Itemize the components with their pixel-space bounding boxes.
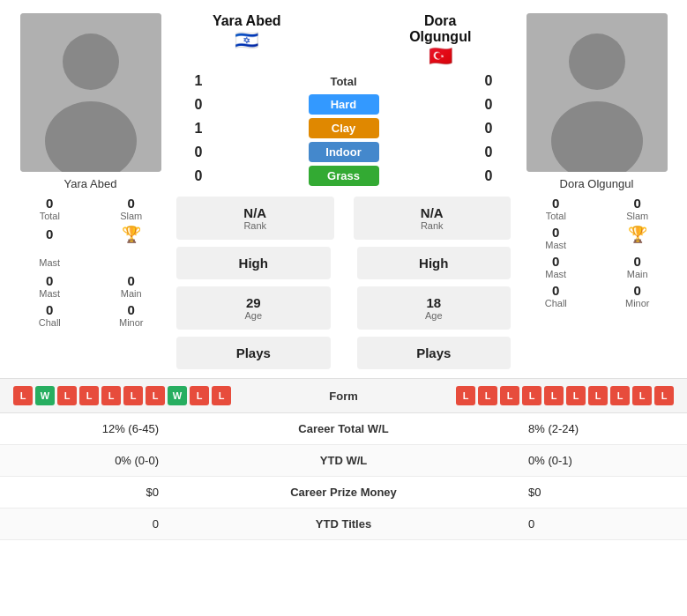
left-slam-label: Slam (120, 211, 142, 221)
stats-row-2: $0 Career Prize Money $0 (0, 477, 687, 508)
svg-point-4 (569, 33, 625, 90)
right-main-label: Main (627, 269, 648, 279)
form-badge-l: L (544, 386, 564, 405)
hard-btn: Hard (309, 94, 379, 115)
stats-label-0: Career Total W/L (159, 422, 528, 435)
right-flag: 🇹🇷 (429, 45, 452, 68)
stats-label-1: YTD W/L (159, 454, 528, 467)
left-flag: 🇮🇱 (235, 29, 258, 52)
form-badge-l: L (123, 386, 143, 405)
clay-right: 0 (475, 121, 502, 137)
left-form-badges: LWLLLLLWLL (13, 386, 231, 405)
right-header-name: DoraOlgungul (409, 13, 471, 45)
left-main-stat2: 0 Main (95, 273, 168, 299)
left-rank-value: N/A (190, 205, 321, 220)
clay-left: 1 (185, 121, 212, 137)
form-label: Form (317, 390, 370, 403)
indoor-left: 0 (185, 145, 212, 160)
form-badge-l: L (654, 386, 674, 405)
right-age-value: 18 (370, 295, 498, 310)
left-player-name: Yara Abed (64, 177, 117, 190)
left-trophy-icon: 🏆 (122, 225, 141, 244)
stats-rows: 12% (6-45) Career Total W/L 8% (2-24) 0%… (0, 413, 687, 540)
left-high-value: High (190, 256, 317, 271)
right-player-card: Dora Olgungul 0 Total 0 Slam 0 Mast 🏆 (515, 13, 678, 369)
right-chall-stat: 0 Chall (519, 283, 593, 308)
left-main-stat: 🏆 (95, 225, 168, 270)
right-header-block: DoraOlgungul 🇹🇷 (370, 13, 512, 68)
left-player-photo (20, 13, 161, 172)
center-info-row: N/A Rank N/A Rank (176, 197, 511, 240)
left-chall-value: 0 (46, 302, 53, 317)
left-total-value: 0 (46, 196, 53, 211)
comparison-section: Yara Abed 0 Total 0 Slam 0 Mast 🏆 (0, 0, 687, 378)
right-main-stat: 0 Main (601, 254, 675, 279)
clay-btn: Clay (309, 118, 379, 138)
left-header-block: Yara Abed 🇮🇱 (176, 13, 317, 52)
form-badge-l: L (146, 386, 165, 405)
indoor-btn: Indoor (309, 142, 379, 162)
stats-right-value-0: 8% (2-24) (528, 422, 669, 435)
right-chall-value: 0 (552, 283, 559, 298)
stats-right-value-3: 0 (528, 517, 669, 531)
form-section: LWLLLLLWLL Form LLLLLLLLLL (0, 378, 687, 413)
stats-right-value-2: $0 (528, 486, 669, 499)
right-rank-box: N/A Rank (354, 197, 512, 240)
right-player-name: Dora Olgungul (560, 177, 634, 190)
svg-point-1 (63, 33, 119, 90)
stats-label-2: Career Prize Money (159, 486, 528, 499)
hard-right: 0 (475, 97, 502, 113)
left-minor-label: Minor (119, 317, 144, 328)
right-total-stat: 0 Total (519, 196, 593, 221)
right-plays-box: Plays (357, 337, 512, 369)
right-player-photo (526, 13, 668, 172)
stats-left-value-0: 12% (6-45) (18, 422, 159, 435)
left-chall-stat: 0 Chall (13, 302, 86, 328)
form-badge-l: L (212, 386, 231, 405)
left-mast-stat2: 0 Mast (13, 273, 86, 299)
right-mast-label: Mast (545, 240, 566, 250)
left-mast-lab2: Mast (39, 288, 60, 299)
grass-btn: Grass (309, 166, 379, 186)
form-badge-l: L (478, 386, 497, 405)
right-high-box: High (357, 247, 512, 279)
form-badge-l: L (632, 386, 652, 405)
form-badge-l: L (610, 386, 630, 405)
left-slam-stat: 0 Slam (95, 196, 168, 221)
form-badge-l: L (57, 386, 77, 405)
right-chall-label: Chall (545, 298, 567, 308)
left-mast-stat: 0 Mast (13, 226, 86, 268)
form-badge-l: L (522, 386, 541, 405)
grass-left: 0 (185, 168, 212, 184)
left-mast-val2: 0 (46, 273, 53, 288)
right-slam-stat: 0 Slam (601, 196, 675, 221)
right-trophy-container: 🏆 (601, 225, 675, 250)
form-badge-l: L (190, 386, 209, 405)
right-plays-label: Plays (370, 345, 498, 360)
right-total-label: Total (546, 211, 566, 221)
right-mast-val2: 0 (552, 254, 559, 269)
right-minor-label: Minor (625, 298, 650, 308)
left-player-card: Yara Abed 0 Total 0 Slam 0 Mast 🏆 (9, 13, 172, 369)
form-badge-l: L (456, 386, 475, 405)
right-mast-value: 0 (552, 225, 559, 240)
left-age-label: Age (190, 310, 317, 321)
stats-left-value-1: 0% (0-0) (18, 454, 159, 467)
grass-right: 0 (475, 168, 502, 184)
form-badge-l: L (101, 386, 121, 405)
right-age-label: Age (370, 310, 498, 321)
right-rank-label: Rank (367, 220, 498, 231)
left-minor-stat: 0 Minor (95, 302, 168, 328)
form-badge-l: L (588, 386, 608, 405)
left-total-stat: 0 Total (13, 196, 86, 221)
left-mast-label: Mast (39, 257, 60, 268)
total-row: 1 Total 0 (176, 73, 511, 89)
right-mast-stat: 0 Mast (519, 225, 593, 250)
stats-row-0: 12% (6-45) Career Total W/L 8% (2-24) (0, 413, 687, 445)
right-stats-grid: 0 Total 0 Slam 0 Mast 🏆 0 Mast (515, 196, 678, 308)
left-mast-value: 0 (46, 226, 53, 241)
stats-left-value-2: $0 (18, 486, 159, 499)
left-plays-label: Plays (190, 345, 317, 360)
left-rank-label: Rank (190, 220, 321, 231)
total-right: 0 (475, 73, 502, 89)
